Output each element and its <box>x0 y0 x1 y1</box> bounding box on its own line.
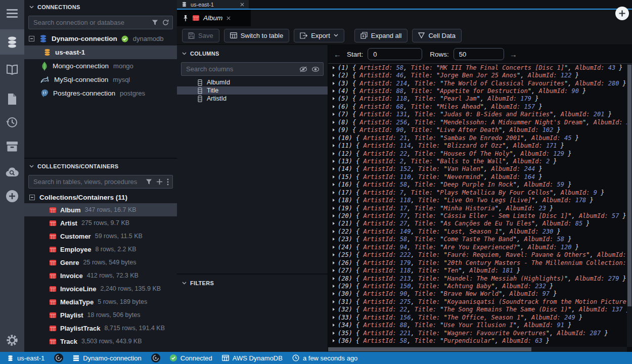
collection-item[interactable]: Artist 275 rows, 9.7 KB <box>24 216 177 230</box>
row-expander-icon[interactable] <box>333 230 335 233</box>
add-circle-icon[interactable] <box>0 188 24 204</box>
row-expander-icon[interactable] <box>333 332 335 335</box>
row-expander-icon[interactable] <box>333 105 335 108</box>
row-expander-icon[interactable] <box>333 214 335 217</box>
data-row[interactable]: (15) { ArtistId: 110, Title: "Nevermind"… <box>331 173 627 180</box>
expand-all-button[interactable]: Expand all <box>354 29 408 42</box>
collection-item[interactable]: MediaType 5 rows, 189 bytes <box>24 295 177 308</box>
connections-search-input[interactable] <box>32 18 148 27</box>
tab-album[interactable]: Album <box>177 10 251 26</box>
horizontal-scrollbar-thumb[interactable] <box>328 347 531 351</box>
data-row[interactable]: (11) { ArtistId: 114, Title: "Blizzard o… <box>331 142 627 149</box>
row-expander-icon[interactable] <box>333 89 335 93</box>
row-expander-icon[interactable] <box>333 82 335 85</box>
filters-header[interactable]: FILTERS <box>177 274 328 288</box>
row-expander-icon[interactable] <box>333 253 335 256</box>
connections-header[interactable]: CONNECTIONS <box>24 2 177 12</box>
row-expander-icon[interactable] <box>333 136 335 140</box>
data-row[interactable]: (27) { ArtistId: 118, Title: "Ten", Albu… <box>331 266 627 274</box>
row-expander-icon[interactable] <box>333 167 335 170</box>
row-expander-icon[interactable] <box>333 175 335 178</box>
columns-search-input[interactable] <box>185 65 295 73</box>
history-icon[interactable] <box>0 114 24 130</box>
data-row[interactable]: (1) { ArtistId: 58, Title: "MK III The F… <box>331 64 627 71</box>
data-row[interactable]: (16) { ArtistId: 58, Title: "Deep Purple… <box>331 181 627 189</box>
collection-item[interactable]: Customer 59 rows, 11.5 KB <box>24 230 177 243</box>
status-connection[interactable]: Dynamo-connection <box>73 354 142 362</box>
eye-off-icon[interactable] <box>299 66 307 72</box>
kebab-menu-icon[interactable] <box>167 178 169 186</box>
book-icon[interactable] <box>0 62 24 78</box>
database-icon[interactable] <box>0 29 24 55</box>
switch-to-table-button[interactable]: Switch to table <box>224 29 290 42</box>
data-row[interactable]: (6) { ArtistId: 68, Title: "Miles Ahead"… <box>331 103 627 110</box>
row-expander-icon[interactable] <box>333 339 335 342</box>
row-expander-icon[interactable] <box>333 74 335 77</box>
status-connected[interactable]: Connected <box>170 354 212 362</box>
collections-search-input[interactable] <box>32 177 142 186</box>
connection-dynamo[interactable]: Dynamo-connection dynamodb <box>24 32 177 46</box>
plus-icon[interactable] <box>156 178 163 185</box>
data-row[interactable]: (32) { ArtistId: 22, Title: "The Song Re… <box>331 306 627 313</box>
row-expander-icon[interactable] <box>333 152 335 155</box>
pin-icon[interactable] <box>183 15 189 22</box>
data-row[interactable]: (8) { ArtistId: 256, Title: "Mendelssohn… <box>331 118 627 126</box>
row-expander-icon[interactable] <box>333 269 335 272</box>
data-row[interactable]: (12) { ArtistId: 22, Title: "Houses Of T… <box>331 150 627 157</box>
connection-mongo[interactable]: Mongo-connection mongo <box>24 59 177 73</box>
export-button[interactable]: Export <box>294 29 344 42</box>
db-context-icon[interactable] <box>54 353 63 362</box>
save-button[interactable]: Save <box>182 29 219 42</box>
row-expander-icon[interactable] <box>333 246 335 249</box>
rows-input[interactable] <box>454 48 504 60</box>
status-engine[interactable]: AWS DynamoDB <box>222 354 283 362</box>
collapse-icon[interactable] <box>29 195 35 200</box>
row-expander-icon[interactable] <box>333 308 335 311</box>
collection-item[interactable]: Genre 25 rows, 549 bytes <box>24 256 177 269</box>
gear-icon[interactable] <box>0 332 24 348</box>
vertical-scrollbar-thumb[interactable] <box>627 65 631 306</box>
row-expander-icon[interactable] <box>333 113 335 116</box>
columns-header[interactable]: COLUMNS <box>177 49 328 59</box>
data-row[interactable]: (3) { ArtistId: 214, Title: "The World o… <box>331 79 627 87</box>
row-expander-icon[interactable] <box>333 121 335 124</box>
refresh-icon[interactable] <box>162 19 169 26</box>
row-expander-icon[interactable] <box>333 300 335 303</box>
vertical-scrollbar[interactable] <box>627 64 632 347</box>
data-row[interactable]: (2) { ArtistId: 46, Title: "Jorge Ben Jo… <box>331 71 627 79</box>
data-row[interactable]: (4) { ArtistId: 88, Title: "Appetite for… <box>331 87 627 95</box>
collection-item[interactable]: Track 3,503 rows, 443.9 KB <box>24 335 177 348</box>
collections-header[interactable]: COLLECTIONS/CONTAINERS <box>24 161 177 171</box>
collapse-icon[interactable] <box>29 36 34 41</box>
horizontal-scrollbar[interactable] <box>328 347 627 352</box>
db-context-icon[interactable] <box>151 353 160 362</box>
tab-us-east-1[interactable]: us-east-1 <box>177 0 249 9</box>
data-row[interactable]: (18) { ArtistId: 118, Title: "Live On Tw… <box>331 196 627 204</box>
status-last-refresh[interactable]: a few seconds ago <box>292 354 357 362</box>
cloud-search-icon[interactable] <box>0 164 24 180</box>
data-row[interactable]: (5) { ArtistId: 118, Title: "Pearl Jam",… <box>331 95 627 103</box>
row-expander-icon[interactable] <box>333 261 335 264</box>
collection-item[interactable]: PlaylistTrack 8,715 rows, 191.4 KB <box>24 322 177 335</box>
data-row[interactable]: (26) { ArtistId: 179, Title: "20th Centu… <box>331 259 627 266</box>
data-row[interactable]: (14) { ArtistId: 152, Title: "Van Halen"… <box>331 165 627 173</box>
new-tab-button[interactable] <box>615 7 629 20</box>
data-row[interactable]: (19) { ArtistId: 17, Title: "Minha Histo… <box>331 204 627 212</box>
data-row[interactable]: (29) { ArtistId: 150, Title: "Achtung Ba… <box>331 282 627 290</box>
data-row[interactable]: (31) { ArtistId: 275, Title: "Koyaanisqa… <box>331 298 627 305</box>
data-row[interactable]: (28) { ArtistId: 213, Title: "Handel: Th… <box>331 275 627 282</box>
data-row[interactable]: (23) { ArtistId: 58, Title: "Come Taste … <box>331 236 627 243</box>
eye-icon[interactable] <box>311 66 320 72</box>
menu-icon[interactable] <box>0 5 24 21</box>
data-row[interactable]: (7) { ArtistId: 131, Title: "Judas 0: B-… <box>331 111 627 118</box>
collection-item[interactable]: Playlist 18 rows, 506 bytes <box>24 308 177 322</box>
row-expander-icon[interactable] <box>333 324 335 327</box>
row-expander-icon[interactable] <box>333 144 335 147</box>
collection-item[interactable]: Employee 8 rows, 2.2 KB <box>24 243 177 256</box>
row-expander-icon[interactable] <box>333 191 335 194</box>
data-row[interactable]: (24) { ArtistId: 94, Title: "Are You Exp… <box>331 243 627 251</box>
data-row[interactable]: (20) { ArtistId: 77, Title: "Cássia Elle… <box>331 212 627 219</box>
cell-data-button[interactable]: Cell Data <box>412 29 461 42</box>
data-row[interactable]: (35) { ArtistId: 221, Title: "Wagner: Fa… <box>331 329 627 337</box>
collections-root[interactable]: Collections/Containers (11) <box>24 191 177 203</box>
